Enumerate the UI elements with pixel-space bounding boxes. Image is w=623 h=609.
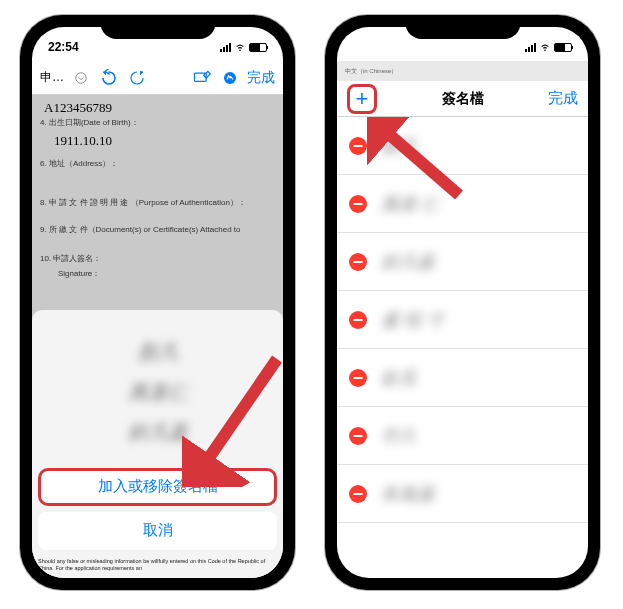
status-time [353, 40, 356, 54]
strip-text: 中文（in Chinese） [345, 67, 397, 76]
delete-icon[interactable] [349, 137, 367, 155]
wifi-icon [539, 42, 551, 52]
done-button[interactable]: 完成 [247, 69, 275, 87]
back-button[interactable]: 申… [40, 69, 64, 86]
plus-icon: + [356, 88, 369, 110]
delete-icon[interactable] [349, 485, 367, 503]
done-button[interactable]: 完成 [548, 89, 578, 108]
signature-sample[interactable]: 顏凡 [108, 338, 208, 368]
action-sheet: 顏凡 萬基仁 斜凡墓 加入或移除簽名檔 取消 Should any false … [32, 310, 283, 578]
markup-icon[interactable] [219, 67, 241, 89]
signature-preview: 萬基 仁 [381, 192, 440, 216]
dob-value: 1911.10.10 [50, 132, 275, 150]
signature-preview: 斜凡墓 [381, 250, 435, 274]
toolbar: 申… 完成 [32, 61, 283, 95]
signature-preview: 竹久 [381, 424, 417, 448]
signature-preview: 盧 恒 寸 [381, 308, 444, 332]
signature-samples[interactable]: 顏凡 萬基仁 斜凡墓 [38, 318, 277, 468]
doc-strip: 中文（in Chinese） [337, 61, 588, 81]
cancel-button[interactable]: 取消 [38, 512, 277, 550]
status-right [220, 42, 267, 52]
redo-icon[interactable] [126, 67, 148, 89]
signature-preview: 欽瓜 [381, 366, 417, 390]
chevron-down-icon[interactable] [70, 67, 92, 89]
add-signature-button[interactable]: + [347, 84, 377, 114]
add-remove-signature-button[interactable]: 加入或移除簽名檔 [38, 468, 277, 506]
id-value: A123456789 [40, 99, 275, 117]
sig-sub: Signature： [58, 268, 275, 279]
list-item[interactable]: 斜凡墓 [337, 233, 588, 291]
status-time: 22:54 [48, 40, 79, 54]
delete-icon[interactable] [349, 427, 367, 445]
dob-label: 4. 出生日期(Date of Birth)： [40, 117, 275, 128]
navbar: + 簽名檔 完成 [337, 81, 588, 117]
list-item[interactable]: 朱風墓 [337, 465, 588, 523]
signature-sample[interactable]: 萬基仁 [108, 378, 208, 408]
cellular-icon [525, 42, 536, 52]
notch [405, 15, 520, 39]
list-item[interactable]: 萬基 仁 [337, 175, 588, 233]
document-view[interactable]: A123456789 4. 出生日期(Date of Birth)： 1911.… [32, 95, 283, 578]
sig-label: 10. 申請人簽名： [40, 253, 275, 264]
phone-right: 中文（in Chinese） + 簽名檔 完成 顏凡 萬基 仁 斜凡墓 盧 恒 … [325, 15, 600, 590]
list-item[interactable]: 顏凡 [337, 117, 588, 175]
signature-sample[interactable]: 斜凡墓 [108, 418, 208, 448]
undo-icon[interactable] [98, 67, 120, 89]
screen-left: 22:54 申… 完成 A123456789 4. 出生日期(Date of B… [32, 27, 283, 578]
cellular-icon [220, 42, 231, 52]
annotate-icon[interactable] [191, 67, 213, 89]
battery-icon [249, 43, 267, 52]
list-item[interactable]: 欽瓜 [337, 349, 588, 407]
add-remove-label: 加入或移除簽名檔 [98, 477, 218, 496]
delete-icon[interactable] [349, 253, 367, 271]
battery-icon [554, 43, 572, 52]
svg-point-0 [76, 72, 87, 83]
signature-preview: 朱風墓 [381, 482, 435, 506]
delete-icon[interactable] [349, 311, 367, 329]
nav-title: 簽名檔 [442, 90, 484, 108]
cancel-label: 取消 [143, 521, 173, 540]
delete-icon[interactable] [349, 369, 367, 387]
docs-label: 9. 所 繳 文 件（Document(s) or Certificate(s)… [40, 224, 275, 235]
screen-right: 中文（in Chinese） + 簽名檔 完成 顏凡 萬基 仁 斜凡墓 盧 恒 … [337, 27, 588, 578]
wifi-icon [234, 42, 246, 52]
purpose-label: 8. 申 請 文 件 證 明 用 途 （Purpose of Authentic… [40, 197, 275, 208]
addr-label: 6. 地址（Address）： [40, 158, 275, 169]
list-item[interactable]: 盧 恒 寸 [337, 291, 588, 349]
phone-left: 22:54 申… 完成 A123456789 4. 出生日期(Date of B… [20, 15, 295, 590]
signature-list[interactable]: 顏凡 萬基 仁 斜凡墓 盧 恒 寸 欽瓜 竹久 朱風墓 [337, 117, 588, 578]
notch [100, 15, 215, 39]
fineprint: Should any false or misleading informati… [38, 556, 277, 574]
list-item[interactable]: 竹久 [337, 407, 588, 465]
status-right [525, 42, 572, 52]
signature-preview: 顏凡 [381, 134, 417, 158]
delete-icon[interactable] [349, 195, 367, 213]
